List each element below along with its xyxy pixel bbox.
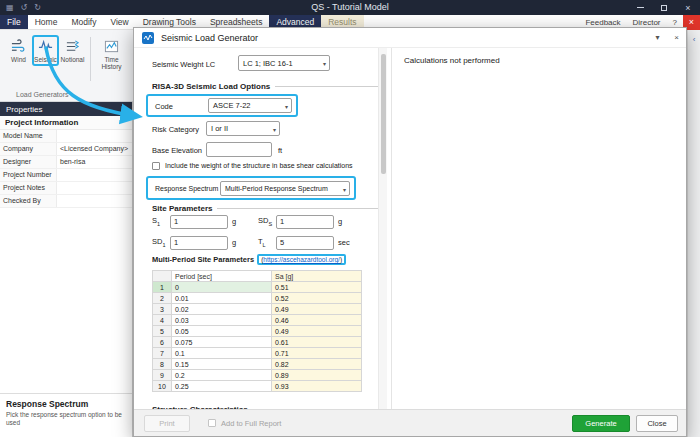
row-number-cell[interactable]: 2 — [153, 293, 172, 304]
seismic-dialog-icon — [142, 32, 154, 44]
table-header-1[interactable]: Period [sec] — [172, 271, 272, 282]
row-number-cell[interactable]: 4 — [153, 315, 172, 326]
menu-feedback[interactable]: Feedback — [579, 18, 626, 27]
table-cell[interactable]: 0.52 — [272, 293, 362, 304]
dialog-header[interactable]: Seismic Load Generator ▾ × — [134, 28, 686, 48]
code-select[interactable]: ASCE 7-22 ▾ — [208, 98, 292, 113]
row-number-cell[interactable]: 7 — [153, 348, 172, 359]
menu-director[interactable]: Director — [627, 18, 667, 27]
property-row-project-notes: Project Notes — [0, 182, 132, 195]
table-row: 30.020.49 — [153, 304, 362, 315]
table-header-2[interactable]: Sa [g] — [272, 271, 362, 282]
table-cell[interactable]: 0.02 — [172, 304, 272, 315]
add-to-report-checkbox[interactable] — [208, 419, 216, 427]
table-cell[interactable]: 0 — [172, 282, 272, 293]
response-spectrum-select[interactable]: Multi-Period Response Spectrum ▾ — [220, 181, 350, 196]
row-number-cell[interactable]: 6 — [153, 337, 172, 348]
ribbon-wind[interactable]: Wind — [5, 35, 32, 66]
table-row: 100.51 — [153, 282, 362, 293]
table-row: 70.10.71 — [153, 348, 362, 359]
menu-modify[interactable]: Modify — [64, 15, 103, 29]
table-cell[interactable]: 0.71 — [272, 348, 362, 359]
table-row: 90.20.89 — [153, 370, 362, 381]
table-cell[interactable]: 0.01 — [172, 293, 272, 304]
table-cell[interactable]: 0.15 — [172, 359, 272, 370]
close-button[interactable]: Close — [636, 415, 678, 432]
dialog-scrollbar-thumb[interactable] — [381, 54, 386, 174]
ribbon-item-label: Wind — [11, 56, 26, 63]
table-cell[interactable]: 0.075 — [172, 337, 272, 348]
dialog-scrollbar-track[interactable] — [378, 48, 387, 409]
param-unit: g — [232, 238, 236, 247]
base-elevation-input[interactable] — [206, 142, 272, 157]
property-row-model-name: Model Name — [0, 130, 132, 143]
menu-[interactable]: ? — [667, 18, 683, 27]
property-value[interactable] — [57, 182, 132, 194]
generate-button[interactable]: Generate — [572, 415, 630, 432]
dialog-collapse-button[interactable]: ▾ — [648, 28, 667, 48]
ribbon-notional[interactable]: Notional — [59, 35, 86, 66]
print-button[interactable]: Print — [144, 415, 190, 432]
seismic-weight-value: LC 1; IBC 16-1 — [243, 59, 293, 68]
notional-icon — [65, 39, 80, 54]
close-window-button[interactable]: × — [676, 0, 700, 15]
property-label: Designer — [0, 156, 57, 168]
risk-category-select[interactable]: I or II ▾ — [206, 121, 280, 136]
param-input-t-l[interactable] — [276, 236, 334, 250]
base-elevation-unit: ft — [278, 146, 282, 155]
table-cell[interactable]: 0.25 — [172, 381, 272, 392]
collapsed-panel-strip[interactable]: ‹ — [687, 30, 700, 437]
table-cell[interactable]: 0.05 — [172, 326, 272, 337]
base-elevation-label: Base Elevation — [152, 146, 202, 155]
dialog-close-button[interactable]: × — [667, 28, 686, 48]
menu-file[interactable]: File — [0, 15, 28, 29]
property-value[interactable] — [57, 195, 132, 207]
table-cell[interactable]: 0.1 — [172, 348, 272, 359]
table-cell[interactable]: 0.93 — [272, 381, 362, 392]
table-cell[interactable]: 0.89 — [272, 370, 362, 381]
table-cell[interactable]: 0.03 — [172, 315, 272, 326]
app-window: ▦↺↻ QS - Tutorial Model × FileHomeModify… — [0, 0, 700, 437]
property-label: Model Name — [0, 130, 57, 142]
panel-expand-icon[interactable]: ‹ — [688, 35, 700, 44]
table-cell[interactable]: 0.49 — [272, 304, 362, 315]
property-value[interactable] — [57, 169, 132, 181]
table-cell[interactable]: 0.46 — [272, 315, 362, 326]
minimize-button[interactable] — [628, 0, 652, 15]
table-header-0[interactable] — [153, 271, 172, 282]
property-description-text: Pick the response spectrum option to be … — [6, 411, 126, 428]
row-number-cell[interactable]: 8 — [153, 359, 172, 370]
property-value[interactable]: ben-risa — [57, 156, 132, 168]
table-cell[interactable]: 0.61 — [272, 337, 362, 348]
param-input-sd-s[interactable] — [276, 215, 334, 229]
row-number-cell[interactable]: 9 — [153, 370, 172, 381]
link-callout-box: (https://ascehazardtool.org/) — [257, 254, 346, 265]
row-number-cell[interactable]: 1 — [153, 282, 172, 293]
include-weight-checkbox[interactable] — [152, 162, 160, 170]
table-cell[interactable]: 0.51 — [272, 282, 362, 293]
menu-view[interactable]: View — [103, 15, 135, 29]
chevron-down-icon: ▾ — [273, 125, 276, 132]
project-information-section[interactable]: Project Information — [0, 116, 132, 130]
property-label: Checked By — [0, 195, 57, 207]
param-input-sd-1[interactable] — [170, 236, 228, 250]
site-param-sd-s: SDSg — [258, 214, 364, 229]
table-cell[interactable]: 0.49 — [272, 326, 362, 337]
maximize-button[interactable] — [652, 0, 676, 15]
ribbon-time-history[interactable]: Time History — [95, 35, 128, 74]
row-number-cell[interactable]: 10 — [153, 381, 172, 392]
param-label: S1 — [152, 216, 170, 227]
menu-home[interactable]: Home — [28, 15, 65, 29]
param-input-s-1[interactable] — [170, 215, 228, 229]
table-cell[interactable]: 0.2 — [172, 370, 272, 381]
table-cell[interactable]: 0.82 — [272, 359, 362, 370]
property-value[interactable] — [57, 130, 132, 142]
ribbon-seismic[interactable]: Seismic — [32, 35, 59, 66]
row-number-cell[interactable]: 3 — [153, 304, 172, 315]
seismic-weight-select[interactable]: LC 1; IBC 16-1 ▾ — [238, 55, 330, 71]
chevron-down-icon: ▾ — [655, 33, 659, 42]
ascehazardtool-link[interactable]: https://ascehazardtool.org/ — [263, 256, 340, 263]
row-number-cell[interactable]: 5 — [153, 326, 172, 337]
panel-menu-icon[interactable]: ⋮ — [119, 105, 126, 113]
property-value[interactable]: <Licensed Company> — [57, 143, 132, 155]
